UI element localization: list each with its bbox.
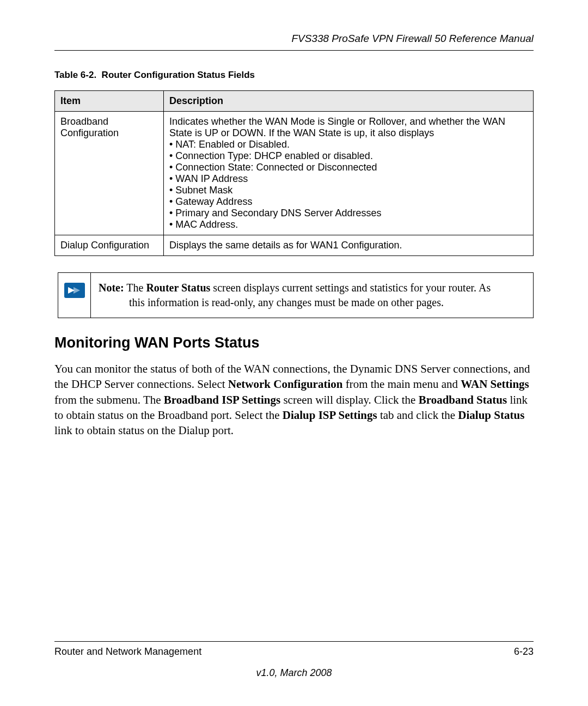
table-caption: Table 6-2. Router Configuration Status F… (54, 70, 534, 81)
note-label: Note: (99, 282, 124, 294)
col-item: Item (55, 91, 164, 112)
para-text: from the main menu and (342, 378, 461, 391)
header-title: FVS338 ProSafe VPN Firewall 50 Reference… (291, 33, 534, 44)
footer-version: v1.0, March 2008 (54, 667, 534, 679)
note-t2: screen displays current settings and sta… (210, 282, 491, 294)
caption-prefix: Table 6-2. (54, 70, 96, 80)
cell-desc: Displays the same details as for WAN1 Co… (164, 235, 534, 256)
arrow-right-icon (64, 283, 85, 298)
body-paragraph: You can monitor the status of both of th… (54, 361, 534, 439)
footer-chapter: Router and Network Management (54, 646, 201, 658)
note-text: Note: The Router Status screen displays … (91, 273, 498, 318)
para-text: link to obtain status on the Dialup port… (54, 424, 234, 437)
para-bold: Network Configuration (228, 378, 343, 391)
para-text: tab and click the (377, 409, 458, 422)
section-heading: Monitoring WAN Ports Status (54, 334, 534, 351)
cell-item: Broadband Configuration (55, 112, 164, 235)
cell-desc: Indicates whether the WAN Mode is Single… (164, 112, 534, 235)
para-bold: WAN Settings (461, 378, 529, 391)
bullet: Gateway Address (169, 196, 528, 208)
cell-item: Dialup Configuration (55, 235, 164, 256)
note-bold1: Router Status (146, 282, 210, 294)
table-row: Broadband Configuration Indicates whethe… (55, 112, 534, 235)
note-icon-cell (58, 273, 91, 318)
para-text: screen will display. Click the (280, 393, 419, 406)
bullet: Connection Type: DHCP enabled or disable… (169, 150, 528, 162)
desc-intro: Indicates whether the WAN Mode is Single… (169, 116, 528, 139)
bullet: WAN IP Address (169, 173, 528, 185)
footer-line: Router and Network Management 6-23 (54, 641, 534, 658)
bullet: Subnet Mask (169, 185, 528, 196)
page-header: FVS338 ProSafe VPN Firewall 50 Reference… (54, 33, 534, 51)
col-description: Description (164, 91, 534, 112)
status-fields-table: Item Description Broadband Configuration… (54, 90, 534, 256)
caption-title: Router Configuration Status Fields (102, 70, 255, 80)
para-bold: Dialup ISP Settings (283, 409, 377, 422)
bullet: MAC Address. (169, 219, 528, 230)
para-bold: Broadband Status (419, 393, 507, 406)
note-line2: this information is read-only, any chang… (99, 295, 491, 310)
note-t1: The (124, 282, 146, 294)
page-footer: Router and Network Management 6-23 v1.0,… (54, 641, 534, 679)
para-text: from the submenu. The (54, 393, 164, 406)
bullet: NAT: Enabled or Disabled. (169, 139, 528, 150)
desc-bullets: NAT: Enabled or Disabled. Connection Typ… (169, 139, 528, 230)
table-row: Dialup Configuration Displays the same d… (55, 235, 534, 256)
para-bold: Dialup Status (458, 409, 524, 422)
bullet: Connection State: Connected or Disconnec… (169, 162, 528, 173)
note-box: Note: The Router Status screen displays … (58, 272, 534, 318)
para-bold: Broadband ISP Settings (164, 393, 280, 406)
footer-page: 6-23 (514, 646, 534, 658)
bullet: Primary and Secondary DNS Server Address… (169, 208, 528, 219)
